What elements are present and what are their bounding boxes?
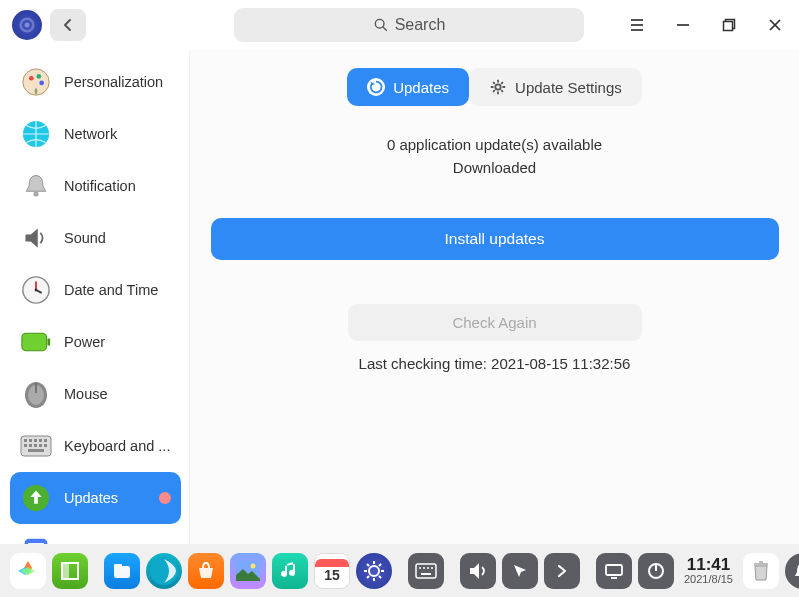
svg-point-13 [29,76,34,81]
install-updates-button[interactable]: Install updates [211,218,779,260]
trash-tray-icon[interactable] [743,553,779,589]
update-dot-icon [159,492,171,504]
sidebar-item-label: Mouse [64,386,171,402]
battery-icon [20,326,52,358]
svg-rect-54 [416,564,436,578]
svg-rect-9 [724,22,733,31]
svg-point-45 [495,84,500,89]
titlebar: Search [0,0,799,50]
tab-update-settings[interactable]: Update Settings [469,68,642,106]
sidebar-item-label: Sound [64,230,171,246]
search-icon [373,17,389,33]
minimize-button[interactable] [671,13,695,37]
close-button[interactable] [763,13,787,37]
file-manager-icon[interactable] [104,553,140,589]
volume-tray-icon[interactable] [460,553,496,589]
sidebar-item-label: Keyboard and ... [64,438,171,454]
minimize-icon [676,18,690,32]
sidebar-item-label: Updates [64,490,171,506]
sidebar-item-mouse[interactable]: Mouse [10,368,181,420]
svg-rect-28 [24,439,27,442]
notification-tray-icon[interactable] [785,553,799,589]
gear-icon [489,78,507,96]
power-tray-icon[interactable] [638,553,674,589]
photos-icon[interactable] [230,553,266,589]
sidebar-item-label: Power [64,334,171,350]
calendar-icon[interactable]: 15 [314,553,350,589]
calendar-day: 15 [324,567,340,583]
svg-point-58 [431,567,433,569]
svg-rect-30 [34,439,37,442]
back-button[interactable] [50,9,86,41]
sidebar: Personalization Network Notification Sou… [0,50,190,544]
close-icon [768,18,782,32]
keyboard-icon [20,430,52,462]
maximize-button[interactable] [717,13,741,37]
svg-point-57 [427,567,429,569]
app-icon [12,10,42,40]
content-area: Updates Update Settings 0 application up… [190,50,799,544]
svg-rect-49 [114,564,122,568]
sidebar-item-sound[interactable]: Sound [10,212,181,264]
svg-rect-36 [39,444,42,447]
sidebar-item-network[interactable]: Network [10,108,181,160]
bell-icon [20,170,52,202]
clock-date: 2021/8/15 [684,574,733,586]
sidebar-item-label: System Info [64,542,171,544]
svg-rect-31 [39,439,42,442]
svg-rect-29 [29,439,32,442]
sidebar-item-systeminfo[interactable]: System Info [10,524,181,544]
svg-rect-65 [759,561,763,563]
svg-rect-32 [44,439,47,442]
status-line-2: Downloaded [206,159,783,176]
svg-point-55 [419,567,421,569]
expand-tray-icon[interactable] [544,553,580,589]
music-icon[interactable] [272,553,308,589]
svg-rect-35 [34,444,37,447]
svg-point-15 [39,81,44,86]
window-controls [625,13,787,37]
menu-button[interactable] [625,13,649,37]
tabs: Updates Update Settings [206,68,783,106]
sidebar-item-personalization[interactable]: Personalization [10,56,181,108]
palette-icon [20,66,52,98]
clock-icon [20,274,52,306]
svg-rect-33 [24,444,27,447]
launcher-icon[interactable] [10,553,46,589]
speaker-icon [20,222,52,254]
hamburger-icon [629,18,645,32]
search-box[interactable]: Search [234,8,584,42]
sidebar-item-power[interactable]: Power [10,316,181,368]
search-placeholder: Search [395,16,446,34]
tab-updates[interactable]: Updates [347,68,469,106]
svg-rect-64 [754,563,768,566]
svg-rect-37 [44,444,47,447]
browser-icon[interactable] [146,553,182,589]
svg-rect-38 [28,449,44,452]
clock-time: 11:41 [687,556,730,574]
task-multitask-icon[interactable] [52,553,88,589]
svg-rect-22 [22,333,47,351]
svg-rect-47 [62,563,69,579]
last-check-time: Last checking time: 2021-08-15 11:32:56 [206,355,783,372]
app-store-icon[interactable] [188,553,224,589]
svg-point-56 [423,567,425,569]
sidebar-item-label: Date and Time [64,282,171,298]
onscreen-keyboard-icon[interactable] [408,553,444,589]
status-line-1: 0 application update(s) available [206,136,783,153]
svg-point-14 [36,74,41,79]
refresh-circle-icon [367,78,385,96]
info-icon [20,534,52,544]
mouse-tray-icon[interactable] [502,553,538,589]
sidebar-item-label: Network [64,126,171,142]
settings-taskbar-icon[interactable] [356,553,392,589]
sidebar-item-keyboard[interactable]: Keyboard and ... [10,420,181,472]
sidebar-item-updates[interactable]: Updates [10,472,181,524]
desktop-tray-icon[interactable] [596,553,632,589]
sidebar-item-notification[interactable]: Notification [10,160,181,212]
svg-rect-23 [47,338,50,345]
sidebar-item-datetime[interactable]: Date and Time [10,264,181,316]
clock-tray[interactable]: 11:41 2021/8/15 [680,556,737,585]
update-icon [20,482,52,514]
svg-point-21 [35,289,38,292]
